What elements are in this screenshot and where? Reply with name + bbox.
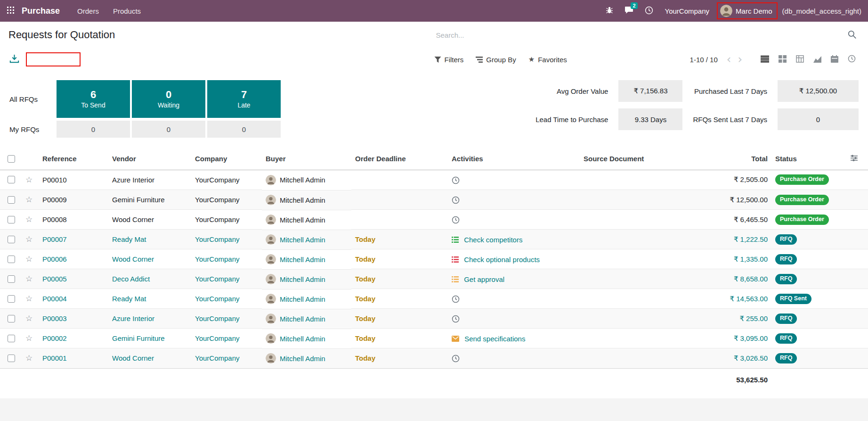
row-checkbox[interactable]	[8, 196, 15, 204]
column-header-reference[interactable]: Reference	[39, 148, 108, 170]
filters-button[interactable]: Filters	[434, 56, 464, 64]
favorite-star-icon[interactable]: ☆	[25, 215, 32, 224]
nav-menu-orders[interactable]: Orders	[70, 0, 106, 22]
favorite-star-icon[interactable]: ☆	[25, 314, 32, 323]
company-cell[interactable]: YourCompany	[191, 309, 262, 329]
my-rfqs-link[interactable]: My RFQs	[9, 125, 55, 133]
activities-cell[interactable]	[448, 289, 580, 309]
select-all-checkbox[interactable]	[8, 155, 15, 163]
row-checkbox[interactable]	[8, 275, 15, 283]
favorite-star-icon[interactable]: ☆	[25, 235, 32, 244]
buyer-cell[interactable]: Mitchell Admin	[262, 230, 351, 249]
download-button[interactable]	[8, 53, 20, 66]
table-row[interactable]: ☆ P00001 Wood Corner YourCompany Mitchel…	[0, 348, 868, 369]
favorite-star-icon[interactable]: ☆	[25, 255, 32, 264]
my-waiting-value[interactable]: 0	[132, 121, 205, 138]
column-header-vendor[interactable]: Vendor	[108, 148, 191, 170]
pager-previous-button[interactable]: ‹	[724, 54, 734, 65]
reference-cell[interactable]: P00009	[39, 190, 108, 210]
company-cell[interactable]: YourCompany	[191, 230, 262, 249]
vendor-cell[interactable]: Gemini Furniture	[108, 190, 191, 210]
buyer-cell[interactable]: Mitchell Admin	[262, 329, 351, 348]
purchased-last-7-days[interactable]: ₹ 12,500.00	[778, 80, 859, 102]
table-row[interactable]: ☆ P00004 Ready Mat YourCompany Mitchell …	[0, 289, 868, 309]
activity-tasks-icon[interactable]	[452, 276, 459, 282]
order-deadline-cell[interactable]	[351, 170, 448, 190]
reference-cell[interactable]: P00003	[39, 309, 108, 329]
view-graph-button[interactable]	[810, 53, 825, 66]
buyer-cell[interactable]: Mitchell Admin	[262, 348, 351, 368]
lead-time-value[interactable]: 9.33 Days	[618, 108, 682, 130]
view-activity-button[interactable]	[844, 52, 860, 66]
activity-envelope-icon[interactable]	[452, 336, 459, 342]
favorite-star-icon[interactable]: ☆	[25, 274, 32, 283]
activity-label[interactable]: Send specifications	[464, 335, 525, 343]
pager-next-button[interactable]: ›	[735, 54, 745, 65]
search-bar[interactable]	[434, 22, 860, 48]
reference-cell[interactable]: P00010	[39, 170, 108, 190]
buyer-cell[interactable]: Mitchell Admin	[262, 170, 351, 190]
activities-systray-button[interactable]	[640, 0, 658, 22]
favorites-button[interactable]: ★ Favorites	[528, 55, 567, 64]
reference-cell[interactable]: P00007	[39, 230, 108, 249]
card-to-send[interactable]: 6 To Send	[57, 80, 130, 118]
company-cell[interactable]: YourCompany	[191, 289, 262, 309]
messages-button[interactable]: 2	[619, 0, 639, 22]
activities-cell[interactable]: Check optional products	[448, 249, 580, 269]
debug-button[interactable]	[600, 0, 618, 22]
table-row[interactable]: ☆ P00007 Ready Mat YourCompany Mitchell …	[0, 230, 868, 249]
activity-clock-icon[interactable]	[452, 295, 460, 303]
order-deadline-cell[interactable]: Today	[351, 348, 448, 369]
column-header-company[interactable]: Company	[191, 148, 262, 170]
order-deadline-cell[interactable]: Today	[351, 309, 448, 329]
reference-cell[interactable]: P00001	[39, 348, 108, 369]
activity-clock-icon[interactable]	[452, 176, 460, 184]
buyer-cell[interactable]: Mitchell Admin	[262, 269, 351, 289]
activities-cell[interactable]: Send specifications	[448, 329, 580, 348]
row-checkbox[interactable]	[8, 335, 15, 342]
company-cell[interactable]: YourCompany	[191, 249, 262, 269]
row-checkbox[interactable]	[8, 355, 15, 362]
reference-cell[interactable]: P00005	[39, 269, 108, 289]
reference-cell[interactable]: P00004	[39, 289, 108, 309]
activity-clock-icon[interactable]	[452, 315, 460, 323]
view-calendar-button[interactable]	[827, 53, 842, 66]
app-name[interactable]: Purchase	[22, 6, 60, 16]
vendor-cell[interactable]: Azure Interior	[108, 170, 191, 190]
favorite-star-icon[interactable]: ☆	[25, 195, 32, 204]
buyer-cell[interactable]: Mitchell Admin	[262, 190, 351, 210]
reference-cell[interactable]: P00006	[39, 249, 108, 269]
vendor-cell[interactable]: Deco Addict	[108, 269, 191, 289]
company-cell[interactable]: YourCompany	[191, 348, 262, 369]
order-deadline-cell[interactable]	[351, 210, 448, 230]
view-list-button[interactable]	[757, 53, 773, 66]
favorite-star-icon[interactable]: ☆	[25, 175, 32, 184]
activities-cell[interactable]: Get approval	[448, 269, 580, 289]
row-checkbox[interactable]	[8, 315, 15, 322]
avg-order-value[interactable]: ₹ 7,156.83	[618, 80, 682, 102]
column-header-source-document[interactable]: Source Document	[580, 148, 698, 170]
row-checkbox[interactable]	[8, 256, 15, 263]
order-deadline-cell[interactable]: Today	[351, 329, 448, 348]
activity-label[interactable]: Get approval	[464, 275, 504, 283]
optional-columns-button[interactable]	[850, 154, 859, 164]
favorite-star-icon[interactable]: ☆	[25, 294, 32, 303]
column-header-order-deadline[interactable]: Order Deadline	[351, 148, 448, 170]
row-checkbox[interactable]	[8, 236, 15, 243]
activities-cell[interactable]	[448, 348, 580, 369]
buyer-cell[interactable]: Mitchell Admin	[262, 249, 351, 269]
company-cell[interactable]: YourCompany	[191, 210, 262, 230]
search-input[interactable]	[436, 31, 841, 39]
column-header-activities[interactable]: Activities	[448, 148, 580, 170]
activities-cell[interactable]	[448, 309, 580, 329]
order-deadline-cell[interactable]: Today	[351, 230, 448, 249]
column-header-buyer[interactable]: Buyer	[262, 148, 351, 170]
activities-cell[interactable]	[448, 190, 580, 210]
company-cell[interactable]: YourCompany	[191, 170, 262, 190]
row-checkbox[interactable]	[8, 176, 15, 183]
table-row[interactable]: ☆ P00006 Wood Corner YourCompany Mitchel…	[0, 249, 868, 269]
reference-cell[interactable]: P00002	[39, 329, 108, 348]
all-rfqs-link[interactable]: All RFQs	[9, 95, 55, 103]
table-row[interactable]: ☆ P00003 Azure Interior YourCompany Mitc…	[0, 309, 868, 329]
card-late[interactable]: 7 Late	[207, 80, 281, 118]
